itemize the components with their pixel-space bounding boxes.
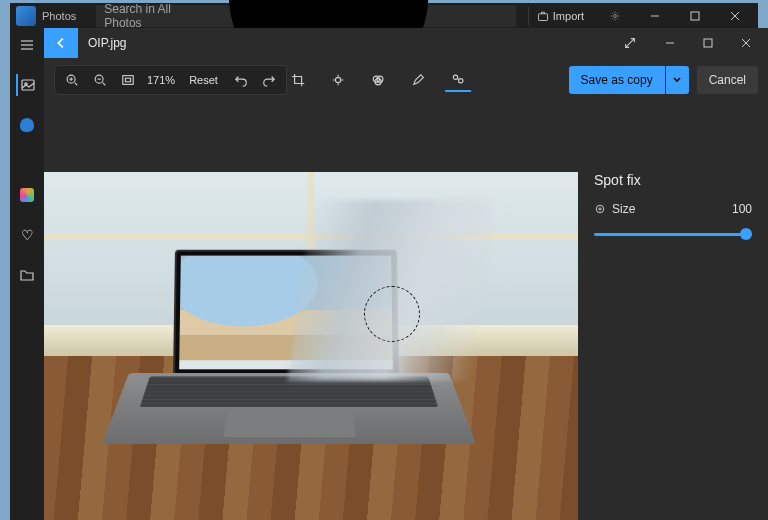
size-value: 100 [732,202,752,216]
filter-tool[interactable] [365,68,391,92]
svg-rect-14 [704,39,712,47]
editor-close-button[interactable] [728,28,764,58]
svg-rect-25 [125,78,130,82]
nav-onedrive[interactable] [16,114,38,136]
zoom-out-icon [93,73,107,87]
nav-folders[interactable] [16,264,38,286]
zoom-in-icon [65,73,79,87]
editor-titlebar: OIP.jpg [44,28,768,58]
editor-maximize-button[interactable] [690,28,726,58]
adjust-tool[interactable] [325,68,351,92]
nav-collections[interactable] [16,184,38,206]
editor-toolbar: 171% Reset Save as copy Cancel [44,58,768,102]
search-placeholder: Search in All Photos [104,2,189,30]
save-dropdown-button[interactable] [665,66,689,94]
maximize-button[interactable] [678,5,712,27]
size-slider[interactable] [594,226,752,242]
svg-point-35 [459,79,463,83]
photos-main-window-titlebar: Photos Search in All Photos Import [10,3,758,28]
import-label: Import [553,10,584,22]
fullscreen-button[interactable] [610,36,650,50]
zoom-in-button[interactable] [59,68,85,92]
photos-app-title: Photos [42,10,76,22]
search-input[interactable]: Search in All Photos [96,5,516,27]
size-label: Size [612,202,635,216]
zoom-group: 171% Reset [54,65,287,95]
filename-label: OIP.jpg [88,36,126,50]
svg-line-22 [103,83,106,86]
nav-all-photos[interactable] [16,74,38,96]
back-button[interactable] [44,28,78,58]
svg-line-18 [75,83,78,86]
cloud-icon [20,118,34,132]
size-target-icon [594,203,606,215]
spot-fix-panel: Spot fix Size 100 [578,102,768,520]
import-icon [537,10,549,22]
fit-to-window-button[interactable] [115,68,141,92]
filter-icon [371,73,385,87]
redo-icon [262,73,276,87]
fit-icon [121,73,135,87]
svg-rect-5 [691,12,699,20]
undo-button[interactable] [228,68,254,92]
image-canvas-area[interactable] [44,102,578,520]
hamburger-menu-button[interactable] [16,34,38,56]
nav-favorites[interactable]: ♡ [16,224,38,246]
panel-title: Spot fix [594,172,752,188]
cancel-button[interactable]: Cancel [697,66,758,94]
gear-icon [610,11,620,21]
adjust-icon [331,73,345,87]
heart-icon: ♡ [21,227,34,243]
svg-rect-24 [123,76,134,85]
close-button[interactable] [718,5,752,27]
edit-tool-tabs [285,68,471,92]
markup-tool[interactable] [405,68,431,92]
diagonal-arrows-icon [623,36,637,50]
svg-point-26 [335,77,340,82]
svg-point-34 [453,75,457,79]
markup-icon [411,73,425,87]
editor-minimize-button[interactable] [652,28,688,58]
svg-point-37 [596,205,604,213]
svg-rect-2 [538,13,547,20]
svg-point-3 [614,14,617,17]
zoom-value: 171% [143,74,179,86]
color-squares-icon [20,188,34,202]
chevron-down-icon [672,75,682,85]
slider-thumb[interactable] [740,228,752,240]
save-label: Save as copy [569,66,665,94]
svg-point-38 [599,208,601,210]
minimize-button[interactable] [638,5,672,27]
spot-fix-cursor [364,286,420,342]
reset-zoom-button[interactable]: Reset [181,70,226,90]
arrow-left-icon [54,36,68,50]
settings-button[interactable] [598,5,632,27]
crop-icon [291,73,305,87]
editor-window: ♡ OIP.jpg 171% Reset [10,28,768,520]
undo-icon [234,73,248,87]
edited-photo [44,172,578,520]
retouch-icon [451,72,465,86]
save-as-copy-button[interactable]: Save as copy [569,66,689,94]
redo-button[interactable] [256,68,282,92]
retouch-tool[interactable] [445,68,471,92]
photos-app-icon [16,6,36,26]
import-button[interactable]: Import [528,7,592,25]
zoom-out-button[interactable] [87,68,113,92]
left-nav-rail: ♡ [10,28,44,520]
crop-tool[interactable] [285,68,311,92]
